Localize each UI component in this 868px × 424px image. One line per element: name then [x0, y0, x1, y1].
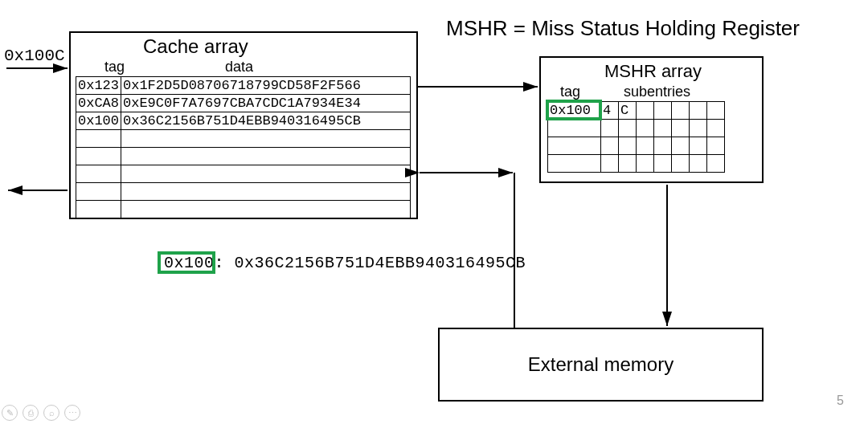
pen-icon[interactable]: ✎: [2, 405, 18, 421]
cache-data-header: data: [225, 59, 253, 75]
cache-table: 0x1230x1F2D5D08706718799CD58F2F566 0xCA8…: [76, 76, 411, 218]
mshr-definition: MSHR = Miss Status Holding Register: [446, 16, 800, 41]
cache-array-title: Cache array: [143, 35, 248, 58]
memory-line-sep: :: [215, 254, 225, 272]
cache-data-cell: 0xE9C0F7A7697CBA7CDC1A7934E34: [121, 95, 411, 112]
table-row: [548, 155, 725, 173]
table-row: [548, 137, 725, 155]
table-row: [76, 201, 411, 218]
table-row: 0xCA80xE9C0F7A7697CBA7CDC1A7934E34: [76, 95, 411, 112]
search-icon[interactable]: ⌕: [43, 405, 59, 421]
mshr-tag-header: tag: [560, 84, 580, 100]
print-icon[interactable]: ⎙: [23, 405, 39, 421]
cache-tag-header: tag: [104, 59, 125, 75]
cache-data-cell: 0x1F2D5D08706718799CD58F2F566: [121, 77, 411, 95]
table-row: [76, 130, 411, 148]
slide-number: 5: [837, 393, 844, 408]
table-row: 0x1000x36C2156B751D4EBB940316495CB: [76, 112, 411, 130]
presenter-toolbar: ✎ ⎙ ⌕ ⋯: [0, 405, 80, 421]
mshr-subentries-header: subentries: [624, 84, 690, 100]
memory-line-data: 0x36C2156B751D4EBB940316495CB: [235, 254, 526, 272]
mshr-array-title: MSHR array: [604, 61, 702, 82]
more-icon[interactable]: ⋯: [64, 405, 80, 421]
highlight-memory-tag: [158, 251, 215, 274]
table-row: [76, 183, 411, 201]
table-row: [548, 120, 725, 137]
table-row: 0x1230x1F2D5D08706718799CD58F2F566: [76, 77, 411, 95]
diagram-stage: MSHR = Miss Status Holding Register 0x10…: [0, 0, 868, 424]
cache-tag-cell: 0x100: [76, 112, 121, 130]
cache-tag-cell: 0x123: [76, 77, 121, 95]
highlight-mshr-tag: [546, 100, 602, 120]
external-memory-label: External memory: [528, 353, 674, 376]
table-row: [76, 148, 411, 165]
memory-line: 0x100: 0x36C2156B751D4EBB940316495CB: [164, 254, 526, 272]
cache-tag-cell: 0xCA8: [76, 95, 121, 112]
external-memory-box: External memory: [438, 328, 764, 402]
table-row: [76, 165, 411, 183]
cache-data-cell: 0x36C2156B751D4EBB940316495CB: [121, 112, 411, 130]
input-address-label: 0x100C: [4, 47, 65, 65]
